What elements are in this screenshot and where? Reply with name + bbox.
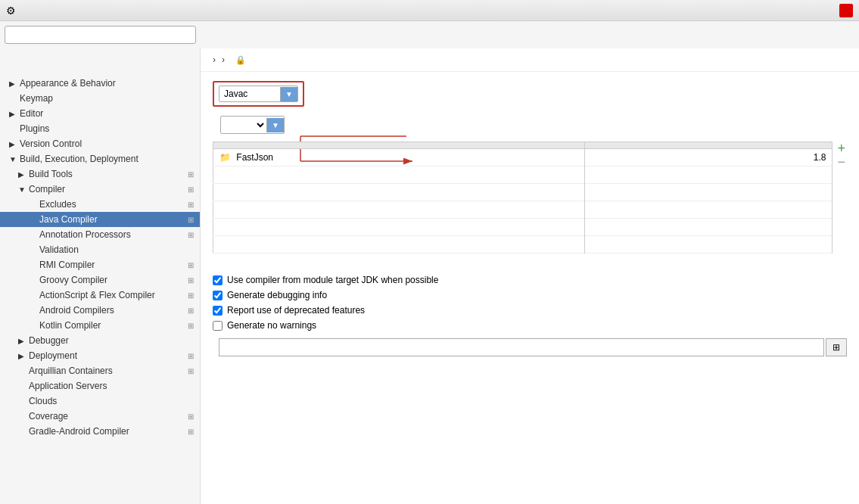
sidebar-item-version-control[interactable]: ▶Version Control <box>0 136 200 151</box>
sidebar-item-appearance[interactable]: ▶Appearance & Behavior <box>0 76 200 91</box>
breadcrumb: › › 🔒 <box>201 48 859 72</box>
checkbox-deprecated[interactable] <box>213 306 223 316</box>
breadcrumb-sep2: › <box>222 54 225 65</box>
sidebar-item-coverage[interactable]: Coverage⊞ <box>0 409 200 424</box>
copy-icon: ⊞ <box>188 276 194 285</box>
title-bar: ⚙ <box>0 0 859 21</box>
checkbox-label-no-warnings: Generate no warnings <box>227 320 316 331</box>
target-col-header <box>585 142 833 149</box>
add-module-button[interactable]: + <box>836 142 847 155</box>
sidebar-item-editor[interactable]: ▶Editor <box>0 106 200 121</box>
item-label: Plugins <box>20 123 194 134</box>
cmd-line-row: ⊞ <box>213 338 847 356</box>
sidebar-item-app-servers[interactable]: Application Servers <box>0 378 200 394</box>
expand-arrow: ▶ <box>18 170 26 179</box>
cmd-line-input[interactable] <box>219 338 824 356</box>
bytecode-select[interactable] <box>221 117 266 133</box>
checkbox-row-no-warnings: Generate no warnings <box>213 320 847 331</box>
content-area: ▶Appearance & Behavior Keymap▶Editor Plu… <box>0 48 859 504</box>
sidebar-item-groovy-compiler[interactable]: Groovy Compiler⊞ <box>0 272 200 288</box>
sidebar-item-arquillian[interactable]: Arquillian Containers⊞ <box>0 363 200 378</box>
bytecode-version-row: ▼ <box>214 116 847 134</box>
expand-arrow <box>29 246 36 254</box>
copy-icon: ⊞ <box>188 428 194 436</box>
sidebar-item-validation[interactable]: Validation <box>0 242 200 257</box>
checkbox-label-debug-info: Generate debugging info <box>227 290 327 300</box>
remove-module-button[interactable]: − <box>836 155 847 169</box>
sidebar-item-build-tools[interactable]: ▶Build Tools⊞ <box>0 166 200 182</box>
settings-icon: ⚙ <box>6 5 16 17</box>
item-label: Arquillian Containers <box>29 366 185 376</box>
sidebar-item-plugins[interactable]: Plugins <box>0 121 200 136</box>
expand-arrow <box>18 382 26 390</box>
item-label: Coverage <box>29 411 185 422</box>
copy-icon: ⊞ <box>188 322 194 330</box>
sidebar-item-annotation-processors[interactable]: Annotation Processors⊞ <box>0 227 200 242</box>
checkbox-row-use-jdk: Use compiler from module target JDK when… <box>213 275 847 285</box>
sidebar-item-java-compiler[interactable]: Java Compiler⊞ <box>0 212 200 227</box>
sidebar-item-actionscript-flex[interactable]: ActionScript & Flex Compiler⊞ <box>0 288 200 303</box>
table-empty-row <box>213 201 833 219</box>
module-table-wrapper: 📁 FastJson 1.8 + − <box>213 142 847 264</box>
breadcrumb-sep1: › <box>213 54 216 65</box>
sidebar-item-compiler[interactable]: ▼Compiler⊞ <box>0 182 200 197</box>
expand-arrow <box>18 367 26 375</box>
checkbox-row-deprecated: Report use of deprecated features <box>213 305 847 316</box>
checkbox-row-debug-info: Generate debugging info <box>213 290 847 300</box>
item-label: Editor <box>20 108 194 119</box>
compiler-select[interactable]: JavacEclipseAjc <box>219 86 280 101</box>
expand-arrow: ▶ <box>9 140 17 148</box>
compiler-dropdown-arrow[interactable]: ▼ <box>280 87 297 101</box>
checkbox-debug-info[interactable] <box>213 291 223 300</box>
sidebar-item-excludes[interactable]: Excludes⊞ <box>0 197 200 212</box>
expand-arrow <box>29 322 36 330</box>
sidebar-item-android-compilers[interactable]: Android Compilers⊞ <box>0 303 200 318</box>
item-label: Appearance & Behavior <box>20 78 194 89</box>
item-label: Version Control <box>20 138 194 149</box>
bytecode-dropdown-arrow[interactable]: ▼ <box>266 118 284 132</box>
sidebar-item-keymap[interactable]: Keymap <box>0 91 200 106</box>
item-label: Compiler <box>29 184 185 194</box>
module-col-header <box>213 142 585 149</box>
expand-arrow <box>29 231 36 239</box>
copy-icon: ⊞ <box>188 367 194 375</box>
sidebar-item-kotlin-compiler[interactable]: Kotlin Compiler⊞ <box>0 318 200 333</box>
expand-arrow: ▼ <box>18 185 26 194</box>
expand-arrow <box>18 428 26 436</box>
item-label: Validation <box>39 244 194 255</box>
item-label: Build Tools <box>29 169 185 179</box>
table-empty-row <box>213 236 833 254</box>
expand-arrow <box>18 412 26 421</box>
checkbox-use-jdk[interactable] <box>213 275 223 285</box>
expand-arrow <box>29 276 36 285</box>
item-label: Excludes <box>39 199 185 210</box>
checkbox-no-warnings[interactable] <box>213 321 223 331</box>
module-cell: 📁 FastJson <box>213 149 585 166</box>
copy-icon: ⊞ <box>188 216 194 224</box>
close-button[interactable] <box>839 4 853 17</box>
sidebar-item-debugger[interactable]: ▶Debugger <box>0 333 200 348</box>
expand-arrow <box>29 216 36 224</box>
sidebar-item-clouds[interactable]: Clouds <box>0 394 200 409</box>
item-label: Clouds <box>29 396 194 406</box>
sidebar-item-deployment[interactable]: ▶Deployment⊞ <box>0 348 200 363</box>
browse-icon: ⊞ <box>833 342 840 353</box>
search-input[interactable] <box>5 26 196 44</box>
copy-icon: ⊞ <box>188 352 194 360</box>
item-label: Android Compilers <box>39 305 185 316</box>
item-label: Deployment <box>29 350 185 361</box>
item-label: Groovy Compiler <box>39 275 185 285</box>
table-row: 📁 FastJson 1.8 <box>213 149 833 166</box>
table-empty-row <box>213 219 833 236</box>
sidebar-item-rmi-compiler[interactable]: RMI Compiler⊞ <box>0 257 200 272</box>
sidebar-item-build-exec-deploy[interactable]: ▼Build, Execution, Deployment <box>0 151 200 166</box>
checkbox-label-deprecated: Report use of deprecated features <box>227 305 365 316</box>
expand-arrow <box>29 306 36 315</box>
panel-content: JavacEclipseAjc ▼ <box>201 72 859 504</box>
bytecode-cell: 1.8 <box>585 149 833 166</box>
item-label: Kotlin Compiler <box>39 320 185 331</box>
cmd-browse-button[interactable]: ⊞ <box>826 338 847 356</box>
sidebar-item-gradle-android[interactable]: Gradle-Android Compiler⊞ <box>0 424 200 439</box>
table-empty-row <box>213 184 833 201</box>
module-name: FastJson <box>236 152 273 163</box>
